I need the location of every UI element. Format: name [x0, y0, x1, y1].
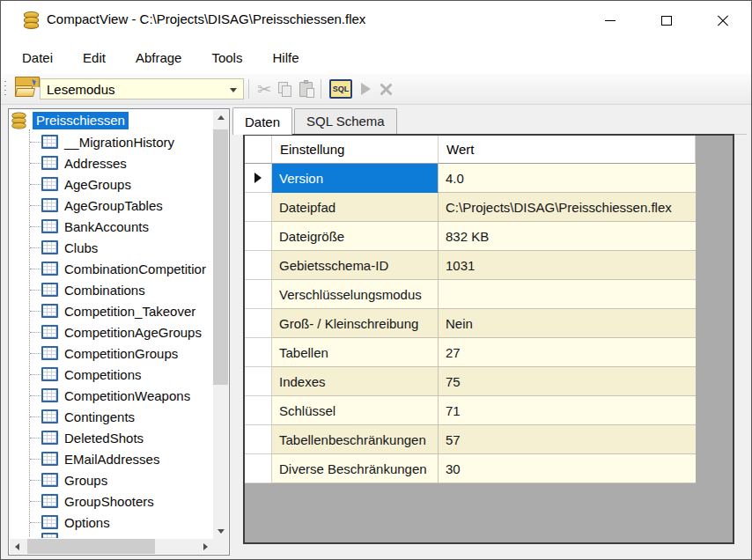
- grid-cell-value[interactable]: 832 KB: [439, 222, 696, 251]
- menu-bar: Datei Edit Abfrage Tools Hilfe: [1, 41, 751, 74]
- scrollbar-corner: [213, 539, 228, 554]
- tree-item-competitionagegroups[interactable]: CompetitionAgeGroups: [10, 321, 213, 343]
- table-icon: [41, 304, 58, 318]
- row-header[interactable]: [245, 280, 272, 309]
- horizontal-scroll-thumb[interactable]: [27, 539, 155, 554]
- tree-item-addresses[interactable]: Addresses: [10, 152, 213, 173]
- table-icon: [41, 533, 58, 538]
- column-header-einstellung[interactable]: Einstellung: [272, 136, 439, 164]
- grid-cell-value[interactable]: 75: [439, 367, 696, 396]
- grid-cell-name[interactable]: Tabellenbeschränkungen: [272, 425, 439, 454]
- tab-daten[interactable]: Daten: [232, 107, 292, 135]
- tree-item-groups[interactable]: Groups: [10, 469, 213, 490]
- menu-tools[interactable]: Tools: [201, 45, 253, 70]
- tree-item-groupshooters[interactable]: GroupShooters: [10, 490, 213, 512]
- column-header-wert[interactable]: Wert: [439, 136, 696, 164]
- tree-item-clubs[interactable]: Clubs: [10, 237, 213, 258]
- grid-cell-value[interactable]: 1031: [439, 251, 696, 280]
- row-header[interactable]: [245, 454, 272, 483]
- row-header[interactable]: [245, 309, 272, 338]
- toolbar-grip[interactable]: [4, 79, 8, 99]
- close-button[interactable]: [695, 1, 751, 41]
- table-icon: [41, 473, 58, 487]
- grid-cell-name[interactable]: Schlüssel: [272, 396, 439, 425]
- row-header[interactable]: [245, 251, 272, 280]
- grid-cell-name[interactable]: Gebietsschema-ID: [272, 251, 439, 280]
- tree-item-competitionweapons[interactable]: CompetitionWeapons: [10, 385, 213, 406]
- tab-strip: Daten SQL Schema: [232, 108, 399, 135]
- grid-cell-value[interactable]: 57: [439, 425, 696, 454]
- grid-cell-name[interactable]: Dateipfad: [272, 193, 439, 222]
- row-header[interactable]: [245, 193, 272, 222]
- tree-item-competition-takeover[interactable]: Competition_Takeover: [10, 300, 213, 321]
- tree-item-emailaddresses[interactable]: EMailAddresses: [10, 448, 213, 469]
- tree-item-competitiongroups[interactable]: CompetitionGroups: [10, 343, 213, 364]
- grid-corner-header: [245, 136, 272, 164]
- grid-cell-value[interactable]: [439, 280, 696, 309]
- tree-item-combinationcompetitions[interactable]: CombinationCompetitior: [10, 258, 213, 279]
- tree-root-node[interactable]: Preisschiessen: [10, 110, 213, 131]
- tab-sql-schema[interactable]: SQL Schema: [294, 108, 397, 134]
- scroll-right-button[interactable]: [198, 539, 213, 554]
- vertical-scroll-thumb[interactable]: [213, 129, 228, 385]
- grid-cell-name[interactable]: Dateigröße: [272, 222, 439, 251]
- maximize-button[interactable]: [638, 1, 695, 41]
- row-header[interactable]: [245, 425, 272, 454]
- mode-combobox[interactable]: Lesemodus: [40, 78, 244, 99]
- tree-item-migrationhistory[interactable]: __MigrationHistory: [10, 131, 213, 152]
- tree-item-competitions[interactable]: Competitions: [10, 364, 213, 385]
- table-icon: [41, 198, 58, 212]
- grid-cell-name[interactable]: Diverse Beschränkungen: [272, 454, 439, 483]
- grid-cell-value[interactable]: 71: [439, 396, 696, 425]
- scroll-up-button[interactable]: [213, 110, 228, 125]
- table-icon: [41, 135, 58, 149]
- sql-query-button[interactable]: SQL: [326, 77, 356, 101]
- grid-cell-value[interactable]: C:\Projects\DISAG\Preisschiessen.flex: [439, 193, 696, 222]
- menu-abfrage[interactable]: Abfrage: [125, 45, 193, 70]
- minimize-button[interactable]: [582, 1, 638, 41]
- tree-item-combinations[interactable]: Combinations: [10, 279, 213, 300]
- grid-cell-name[interactable]: Groß- / Kleinschreibung: [272, 309, 439, 338]
- cut-button[interactable]: ✂: [254, 77, 275, 101]
- run-query-button[interactable]: [361, 83, 371, 95]
- grid-cell-value[interactable]: 4.0: [439, 164, 696, 193]
- grid-row-filler: [696, 222, 733, 251]
- table-icon: [41, 219, 58, 233]
- grid-header-filler: [696, 136, 733, 164]
- row-header[interactable]: [245, 367, 272, 396]
- grid-cell-name[interactable]: Verschlüsselungsmodus: [272, 280, 439, 309]
- grid-cell-value[interactable]: Nein: [439, 309, 696, 338]
- menu-edit[interactable]: Edit: [72, 45, 116, 70]
- row-header-current[interactable]: [245, 164, 272, 193]
- open-folder-icon: [15, 82, 34, 97]
- row-header[interactable]: [245, 396, 272, 425]
- row-header[interactable]: [245, 222, 272, 251]
- menu-datei[interactable]: Datei: [11, 45, 63, 70]
- row-header[interactable]: [245, 338, 272, 367]
- open-file-button[interactable]: [11, 77, 38, 101]
- tree-item-bankaccounts[interactable]: BankAccounts: [10, 216, 213, 237]
- chevron-down-icon: [230, 88, 237, 92]
- tree-item-options[interactable]: Options: [10, 512, 213, 533]
- grid-cell-name[interactable]: Tabellen: [272, 338, 439, 367]
- tree-item-agegrouptables[interactable]: AgeGroupTables: [10, 195, 213, 216]
- scroll-down-button[interactable]: [213, 524, 228, 539]
- table-icon: [41, 431, 58, 445]
- grid-cell-value[interactable]: 27: [439, 338, 696, 367]
- paste-button[interactable]: [296, 77, 316, 101]
- scroll-left-button[interactable]: [10, 539, 25, 554]
- copy-button[interactable]: [275, 77, 296, 101]
- tree-horizontal-scrollbar[interactable]: [10, 539, 213, 554]
- grid-cell-name[interactable]: Indexes: [272, 367, 439, 396]
- table-icon: [41, 494, 58, 508]
- tree-item-deletedshots[interactable]: DeletedShots: [10, 427, 213, 448]
- tree-vertical-scrollbar[interactable]: [213, 110, 228, 539]
- grid-cell-name[interactable]: Version: [272, 164, 439, 193]
- clear-button[interactable]: [380, 83, 393, 96]
- grid-cell-value[interactable]: 30: [439, 454, 696, 483]
- title-bar: CompactView - C:\Projects\DISAG\Preissch…: [1, 1, 751, 41]
- tree-item-agegroups[interactable]: AgeGroups: [10, 173, 213, 195]
- grid-empty-area: [245, 483, 733, 542]
- menu-hilfe[interactable]: Hilfe: [262, 45, 309, 70]
- tree-item-contingents[interactable]: Contingents: [10, 406, 213, 427]
